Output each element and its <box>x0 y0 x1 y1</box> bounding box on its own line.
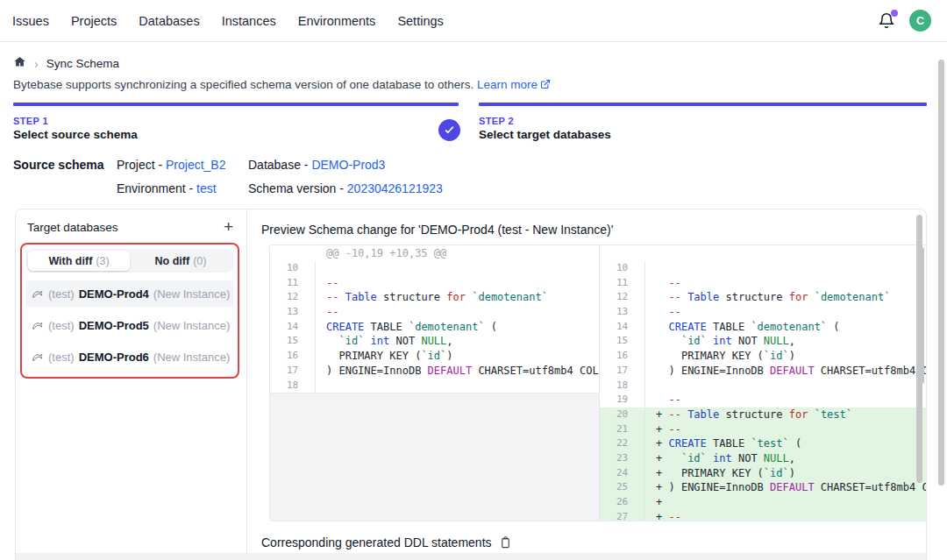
diff-line: 21+ -- <box>600 422 927 437</box>
nav-item-databases[interactable]: Databases <box>139 14 199 28</box>
step-2[interactable]: STEP 2 Select target databases <box>479 103 927 141</box>
target-db-item-demo-prod4[interactable]: (test)DEMO-Prod4(New Instance) <box>26 280 233 307</box>
nav-right: C <box>878 10 935 32</box>
tab-with-diff[interactable]: With diff (3) <box>28 251 130 271</box>
copy-icon[interactable] <box>499 535 512 549</box>
notification-dot <box>891 10 898 17</box>
avatar[interactable]: C <box>909 10 931 32</box>
diff-line: 16 PRIMARY KEY (`id`) <box>270 349 599 364</box>
db-name: DEMO-Prod5 <box>79 319 149 332</box>
diff-line: 25+ ) ENGINE=InnoDB DEFAULT CHARSET=utf8… <box>600 480 927 495</box>
diff-line: 18 <box>270 379 599 393</box>
db-environment: (test) <box>48 351 75 364</box>
bell-icon <box>878 18 895 32</box>
step-1-bar <box>13 103 459 106</box>
diff-line: 14CREATE TABLE `demotenant` ( <box>270 320 599 335</box>
source-version-field: Schema version - 20230426121923 <box>248 181 443 195</box>
nav-item-settings[interactable]: Settings <box>397 14 443 28</box>
db-name: DEMO-Prod4 <box>79 287 149 301</box>
step-2-title: Select target databases <box>479 128 927 141</box>
schema-diff-viewer: @@ -10,19 +10,35 @@ 1011--12-- Table str… <box>269 245 927 521</box>
target-databases-highlight-box: With diff (3) No diff (0) (test)DEMO-Pro… <box>20 243 239 379</box>
diff-line: 13-- <box>270 305 599 320</box>
project-link[interactable]: Project_B2 <box>166 158 225 172</box>
main-card: Target databases + With diff (3) No diff… <box>15 209 927 560</box>
db-instance-suffix: (New Instance) <box>153 287 230 301</box>
diff-line: 14 CREATE TABLE `demotenant` ( <box>600 320 927 335</box>
diff-line: 16 PRIMARY KEY (`id`) <box>600 349 927 364</box>
diff-pane-source: @@ -10,19 +10,35 @@ 1011--12-- Table str… <box>270 245 599 521</box>
external-link-icon <box>540 79 551 92</box>
source-database-field: Database - DEMO-Prod3 <box>248 158 385 172</box>
diff-line: 11-- <box>270 276 599 291</box>
diff-line: 24+ PRIMARY KEY (`id`) <box>600 466 927 481</box>
ddl-block-top <box>16 553 926 560</box>
nav-item-environments[interactable]: Environments <box>298 14 376 28</box>
page-scrollbar[interactable] <box>938 60 944 486</box>
db-name: DEMO-Prod6 <box>79 351 149 364</box>
diff-line: 13 -- <box>600 305 927 320</box>
diff-line: 10 <box>270 261 599 276</box>
sync-schema-page: IssuesProjectsDatabasesInstancesEnvironm… <box>0 0 947 560</box>
learn-more-link[interactable]: Learn more <box>477 78 538 91</box>
ddl-statements-title: Corresponding generated DDL statements <box>261 535 492 549</box>
top-nav: IssuesProjectsDatabasesInstancesEnvironm… <box>0 0 947 42</box>
schema-version-link[interactable]: 20230426121923 <box>347 181 443 195</box>
diff-line: 20+ -- Table structure for `test` <box>600 408 927 422</box>
target-databases-panel: Target databases + With diff (3) No diff… <box>16 209 247 555</box>
tab-no-diff[interactable]: No diff (0) <box>130 251 231 271</box>
with-diff-count: (3) <box>96 255 109 267</box>
diff-line: 12-- Table structure for `demotenant` <box>270 290 599 305</box>
environment-link[interactable]: test <box>196 181 217 195</box>
diff-line: 19 -- <box>600 393 927 408</box>
diff-hunk-header: @@ -10,19 +10,35 @@ <box>270 245 599 261</box>
add-target-database-button[interactable]: + <box>221 220 236 234</box>
diff-pane-target: 10 11 --12 -- Table structure for `demot… <box>599 245 927 521</box>
diff-line: 10 <box>600 261 927 276</box>
breadcrumb: › Sync Schema <box>13 55 119 72</box>
step-1-complete-icon <box>438 119 460 141</box>
nav-links: IssuesProjectsDatabasesInstancesEnvironm… <box>12 14 444 28</box>
database-link[interactable]: DEMO-Prod3 <box>311 158 385 172</box>
db-instance-suffix: (New Instance) <box>153 319 230 332</box>
nav-item-instances[interactable]: Instances <box>222 14 276 28</box>
nav-item-projects[interactable]: Projects <box>71 14 117 28</box>
source-project-field: Project - Project_B2 <box>117 158 226 172</box>
breadcrumb-page: Sync Schema <box>46 57 119 70</box>
db-environment: (test) <box>48 287 75 301</box>
diff-line: 27+ -- <box>600 510 927 521</box>
diff-left-filler <box>270 393 599 521</box>
nav-item-issues[interactable]: Issues <box>12 14 49 28</box>
diff-right-rows: 10 11 --12 -- Table structure for `demot… <box>600 261 927 521</box>
diff-line: 17 ) ENGINE=InnoDB DEFAULT CHARSET=utf8m… <box>600 364 927 379</box>
notifications-button[interactable] <box>878 12 895 30</box>
diff-line: 15 `id` int NOT NULL, <box>600 334 927 349</box>
diff-line: 18 <box>600 379 927 393</box>
diff-line: 17) ENGINE=InnoDB DEFAULT CHARSET=utf8mb… <box>270 364 599 379</box>
target-db-list: (test)DEMO-Prod4(New Instance)(test)DEMO… <box>26 280 233 372</box>
db-environment: (test) <box>48 319 75 332</box>
step-2-label: STEP 2 <box>479 116 927 126</box>
home-icon[interactable] <box>13 55 26 72</box>
target-databases-title: Target databases <box>27 221 118 234</box>
step-1-title: Select source schema <box>13 128 459 141</box>
step-1[interactable]: STEP 1 Select source schema <box>13 103 459 141</box>
card-scrollbar[interactable] <box>916 215 922 483</box>
db-instance-suffix: (New Instance) <box>153 351 230 364</box>
diff-line: 22+ CREATE TABLE `test` ( <box>600 436 927 451</box>
diff-line: 11 -- <box>600 276 927 291</box>
source-environment-field: Environment - test <box>117 181 217 195</box>
mysql-icon <box>32 319 44 331</box>
intro-text: Bytebase supports synchronizing a specif… <box>13 78 551 92</box>
breadcrumb-separator-icon: › <box>34 58 39 70</box>
diff-left-rows: 1011--12-- Table structure for `demotena… <box>270 261 599 408</box>
mysql-icon <box>32 351 44 363</box>
preview-title: Preview Schema change for 'DEMO-Prod4 (t… <box>261 223 613 237</box>
diff-line: 12 -- Table structure for `demotenant` <box>600 290 927 305</box>
source-schema-heading: Source schema <box>13 158 104 172</box>
diff-line: 15 `id` int NOT NULL, <box>270 334 599 349</box>
diff-filter-tabs: With diff (3) No diff (0) <box>26 249 233 273</box>
mysql-icon <box>32 287 44 300</box>
target-db-item-demo-prod5[interactable]: (test)DEMO-Prod5(New Instance) <box>26 312 233 338</box>
target-db-item-demo-prod6[interactable]: (test)DEMO-Prod6(New Instance) <box>26 344 233 370</box>
